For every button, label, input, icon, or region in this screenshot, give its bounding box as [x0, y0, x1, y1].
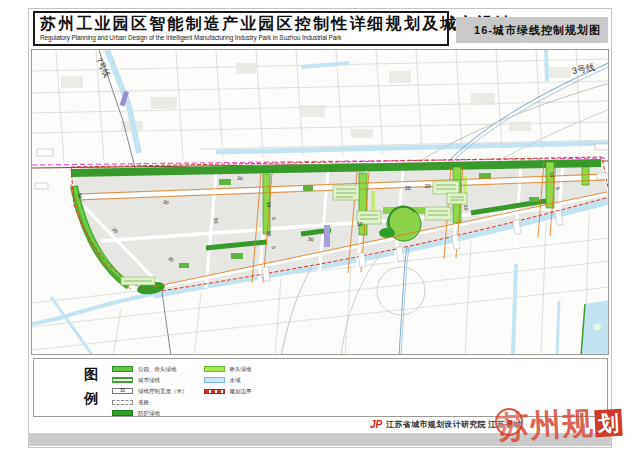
legend-column-right: 桥头绿地水域规划边界 [204, 365, 252, 417]
legend-item: 道路 [112, 398, 188, 406]
lake-island [593, 324, 601, 330]
map-canvas [32, 50, 609, 355]
legend-item: 公园、街头绿地 [112, 365, 188, 373]
title-block: 苏州工业园区智能制造产业园区控制性详细规划及城市设计 Regulatory Pl… [33, 11, 449, 46]
legend-item: 30绿线控制宽度（米） [112, 387, 188, 395]
legend-swatch-boundary [204, 389, 225, 394]
legend-label: 道路 [138, 399, 149, 406]
legend-swatch-greenline [112, 377, 133, 383]
legend-label: 防护绿地 [138, 410, 160, 417]
legend-item: 规划边界 [204, 387, 252, 395]
legend-title: 图例 [81, 363, 101, 411]
legend-label: 桥头绿地 [230, 366, 252, 373]
legend-swatch-protective [112, 410, 133, 416]
sheet-number-label: 16-城市绿线控制规划图 [456, 17, 608, 43]
legend-item: 防护绿地 [112, 409, 188, 417]
map-frame [31, 49, 609, 355]
legend-item: 城市绿线 [112, 376, 188, 384]
background-buildings [61, 63, 571, 138]
legend-swatch-park [112, 366, 133, 372]
watermark-boxed-char: 划 [594, 408, 622, 436]
project-title-cn: 苏州工业园区智能制造产业园区控制性详细规划及城市设计 [40, 14, 443, 34]
project-title-en: Regulatory Planning and Urban Design of … [40, 34, 443, 42]
legend-column-left: 公园、街头绿地城市绿线30绿线控制宽度（米）道路防护绿地 [112, 365, 188, 417]
legend-swatch-widthbox: 30 [112, 388, 133, 394]
legend-item: 水域 [204, 376, 252, 384]
legend-swatch-bridge [204, 366, 225, 372]
legend-swatch-water [204, 377, 225, 383]
legend-label: 绿线控制宽度（米） [138, 388, 188, 395]
legend-item: 桥头绿地 [204, 365, 252, 373]
planning-sheet-page: 苏州工业园区智能制造产业园区控制性详细规划及城市设计 Regulatory Pl… [0, 0, 640, 453]
jp-institute-logo: JP [370, 420, 382, 430]
legend-swatch-road [112, 400, 133, 405]
legend-label: 水域 [230, 377, 241, 384]
legend-label: 城市绿线 [138, 377, 160, 384]
metro-station-marker-site [324, 225, 330, 247]
red-seal-stamp [495, 408, 523, 436]
legend-columns: 公园、街头绿地城市绿线30绿线控制宽度（米）道路防护绿地 桥头绿地水域规划边界 [112, 365, 252, 417]
legend-label: 规划边界 [230, 388, 252, 395]
legend-label: 公园、街头绿地 [138, 366, 177, 373]
